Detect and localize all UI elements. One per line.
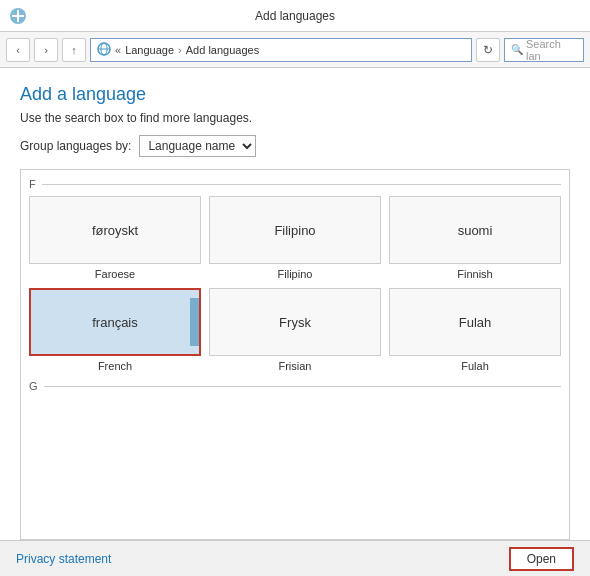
address-bar: ‹ › ↑ « Language › Add languages ↻ 🔍 Sea… bbox=[0, 32, 590, 68]
refresh-button[interactable]: ↻ bbox=[476, 38, 500, 62]
breadcrumb-separator: › bbox=[178, 44, 182, 56]
language-grid: føroyskt Faroese Filipino Filipino suomi… bbox=[29, 196, 561, 372]
title-bar: Add languages bbox=[0, 0, 590, 32]
list-item[interactable]: føroyskt Faroese bbox=[29, 196, 201, 280]
language-english-fulah: Fulah bbox=[461, 360, 489, 372]
back-button[interactable]: ‹ bbox=[6, 38, 30, 62]
open-button[interactable]: Open bbox=[509, 547, 574, 571]
language-english-french: French bbox=[98, 360, 132, 372]
main-content: Add a language Use the search box to fin… bbox=[0, 68, 590, 540]
breadcrumb-globe-icon bbox=[97, 42, 111, 58]
breadcrumb-text: « bbox=[115, 44, 121, 56]
breadcrumb-current: Add languages bbox=[186, 44, 259, 56]
window-title: Add languages bbox=[255, 9, 335, 23]
privacy-statement-link[interactable]: Privacy statement bbox=[16, 552, 111, 566]
language-card-filipino[interactable]: Filipino bbox=[209, 196, 381, 264]
page-subtitle: Use the search box to find more language… bbox=[20, 111, 570, 125]
window-icon bbox=[8, 6, 28, 26]
search-box[interactable]: 🔍 Search lan bbox=[504, 38, 584, 62]
list-item[interactable]: suomi Finnish bbox=[389, 196, 561, 280]
language-native-faroese: føroyskt bbox=[92, 223, 138, 238]
language-card-finnish[interactable]: suomi bbox=[389, 196, 561, 264]
group-by-label: Group languages by: bbox=[20, 139, 131, 153]
language-native-finnish: suomi bbox=[458, 223, 493, 238]
language-english-filipino: Filipino bbox=[278, 268, 313, 280]
section-label-g: G bbox=[29, 380, 561, 392]
language-native-frisian: Frysk bbox=[279, 315, 311, 330]
list-item[interactable]: Filipino Filipino bbox=[209, 196, 381, 280]
language-native-fulah: Fulah bbox=[459, 315, 492, 330]
breadcrumb-language: Language bbox=[125, 44, 174, 56]
language-section: F føroyskt Faroese Filipino Filipino suo… bbox=[20, 169, 570, 540]
language-card-faroese[interactable]: føroyskt bbox=[29, 196, 201, 264]
language-card-frisian[interactable]: Frysk bbox=[209, 288, 381, 356]
list-item[interactable]: Frysk Frisian bbox=[209, 288, 381, 372]
forward-button[interactable]: › bbox=[34, 38, 58, 62]
up-button[interactable]: ↑ bbox=[62, 38, 86, 62]
footer: Privacy statement Open bbox=[0, 540, 590, 576]
language-native-french: français bbox=[92, 315, 138, 330]
language-card-french[interactable]: français bbox=[29, 288, 201, 356]
language-card-fulah[interactable]: Fulah bbox=[389, 288, 561, 356]
list-item[interactable]: français French bbox=[29, 288, 201, 372]
group-by-select[interactable]: Language name bbox=[139, 135, 256, 157]
language-english-finnish: Finnish bbox=[457, 268, 492, 280]
language-english-frisian: Frisian bbox=[278, 360, 311, 372]
search-placeholder: Search lan bbox=[526, 38, 577, 62]
list-item[interactable]: Fulah Fulah bbox=[389, 288, 561, 372]
section-label-f: F bbox=[29, 178, 561, 190]
search-icon: 🔍 bbox=[511, 44, 523, 55]
page-title: Add a language bbox=[20, 84, 570, 105]
group-by-row: Group languages by: Language name bbox=[20, 135, 570, 157]
language-native-filipino: Filipino bbox=[274, 223, 315, 238]
language-english-faroese: Faroese bbox=[95, 268, 135, 280]
address-field[interactable]: « Language › Add languages bbox=[90, 38, 472, 62]
